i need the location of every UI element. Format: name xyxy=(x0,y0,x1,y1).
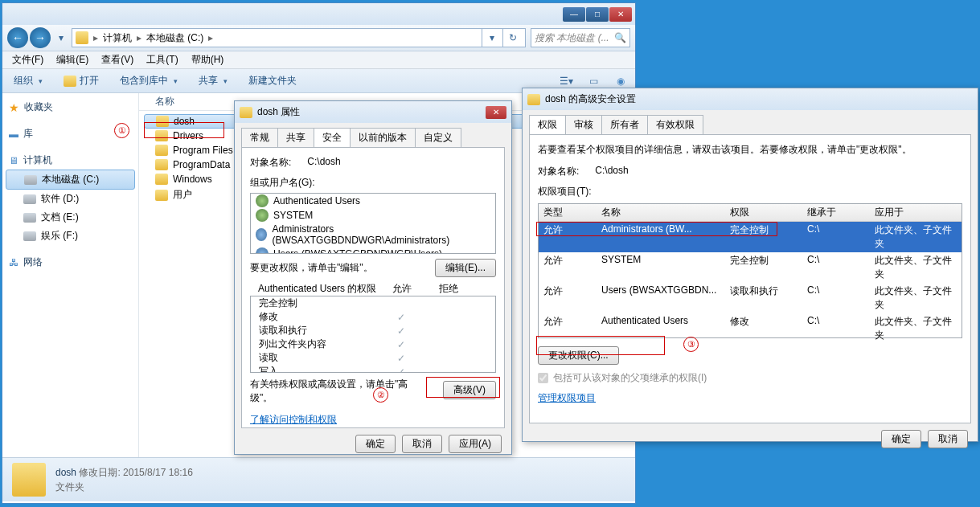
apply-button[interactable]: 应用(A) xyxy=(449,435,502,453)
tab-owner[interactable]: 所有者 xyxy=(601,115,648,134)
table-row[interactable]: 允许Administrators (BW...完全控制C:\此文件夹、子文件夹 xyxy=(539,222,962,252)
drive-icon xyxy=(23,213,36,223)
learn-more-link[interactable]: 了解访问控制和权限 xyxy=(250,414,337,425)
sidebar-favorites[interactable]: ★收藏夹 xyxy=(2,98,138,117)
annotation-1: ① xyxy=(114,123,129,138)
tab-custom[interactable]: 自定义 xyxy=(415,128,461,147)
close-button[interactable]: ✕ xyxy=(486,106,506,119)
permissions-listbox[interactable]: 完全控制 修改✓ 读取和执行✓ 列出文件夹内容✓ 读取✓ 写入✓ xyxy=(250,296,496,373)
groups-listbox[interactable]: Authenticated Users SYSTEM Administrator… xyxy=(250,193,496,254)
perm-list-label: 权限项目(T): xyxy=(538,185,962,198)
breadcrumb-dropdown[interactable]: ▾ xyxy=(482,28,501,47)
list-item[interactable]: Administrators (BWSAXTGGBDNDWGR\Administ… xyxy=(251,223,495,247)
table-row[interactable]: 允许Authenticated Users修改C:\此文件夹、子文件夹 xyxy=(539,313,962,344)
table-row[interactable]: 允许SYSTEM完全控制C:\此文件夹、子文件夹 xyxy=(539,252,962,283)
properties-dialog: dosh 属性 ✕ 常规 共享 安全 以前的版本 自定义 对象名称: C:\do… xyxy=(234,100,512,455)
network-icon: 🖧 xyxy=(9,257,18,268)
sidebar-drive-d[interactable]: 软件 (D:) xyxy=(2,190,138,208)
back-button[interactable]: ← xyxy=(7,27,28,48)
sidebar-drive-e[interactable]: 文档 (E:) xyxy=(2,208,138,227)
menu-edit[interactable]: 编辑(E) xyxy=(51,51,93,68)
refresh-button[interactable]: ↻ xyxy=(502,28,522,47)
open-button[interactable]: 打开 xyxy=(59,72,104,89)
help-icon[interactable]: ◉ xyxy=(613,73,629,89)
close-button[interactable]: ✕ xyxy=(609,7,632,22)
dialog-title: dosh 属性 xyxy=(257,105,300,119)
sidebar-drive-f[interactable]: 娱乐 (F:) xyxy=(2,227,138,245)
search-input[interactable]: 搜索 本地磁盘 (... 🔍 xyxy=(531,28,630,47)
group-icon xyxy=(256,247,269,254)
star-icon: ★ xyxy=(9,101,19,114)
tab-sharing[interactable]: 共享 xyxy=(277,128,314,147)
permissions-table[interactable]: 类型 名称 权限 继承于 应用于 允许Administrators (BW...… xyxy=(538,203,962,338)
object-value: C:\dosh xyxy=(595,165,628,178)
folder-icon xyxy=(527,94,540,105)
computer-icon: 🖥 xyxy=(9,155,18,166)
maximize-button[interactable]: □ xyxy=(586,7,609,22)
tab-previous[interactable]: 以前的版本 xyxy=(350,128,416,147)
menu-tools[interactable]: 工具(T) xyxy=(141,51,182,68)
drive-icon xyxy=(23,194,36,204)
table-row[interactable]: 允许Users (BWSAXTGGBDN...读取和执行C:\此文件夹、子文件夹 xyxy=(539,283,962,313)
history-dropdown[interactable]: ▾ xyxy=(55,32,67,43)
menu-help[interactable]: 帮助(H) xyxy=(187,51,229,68)
preview-pane-icon[interactable]: ▭ xyxy=(585,73,601,89)
folder-icon xyxy=(12,463,46,497)
deny-header: 拒绝 xyxy=(425,282,472,296)
advanced-security-dialog: dosh 的高级安全设置 权限 审核 所有者 有效权限 若要查看某个权限项目的详… xyxy=(522,88,978,442)
sidebar-drive-c[interactable]: 本地磁盘 (C:) xyxy=(6,170,135,190)
cancel-button[interactable]: 取消 xyxy=(402,435,442,453)
tab-general[interactable]: 常规 xyxy=(241,128,278,147)
status-name: dosh xyxy=(55,467,76,478)
tab-auditing[interactable]: 审核 xyxy=(565,115,602,134)
view-options-icon[interactable]: ☰▾ xyxy=(558,73,574,89)
breadcrumb[interactable]: ▸ 计算机 ▸ 本地磁盘 (C:) ▸ ▾ ↻ xyxy=(72,28,526,47)
organize-button[interactable]: 组织 xyxy=(9,72,47,89)
object-label: 对象名称: xyxy=(250,156,291,170)
folder-icon xyxy=(64,76,76,87)
search-icon: 🔍 xyxy=(614,32,626,43)
group-icon xyxy=(256,228,267,241)
sidebar: ★收藏夹 ▬库 🖥计算机 本地磁盘 (C:) 软件 (D:) 文档 (E:) 娱… xyxy=(2,93,139,457)
drive-icon xyxy=(23,231,36,241)
folder-icon xyxy=(155,190,168,201)
include-button[interactable]: 包含到库中 xyxy=(115,72,182,89)
folder-icon xyxy=(155,159,168,170)
forward-button[interactable]: → xyxy=(30,27,51,48)
manage-permissions-link[interactable]: 管理权限项目 xyxy=(538,392,596,403)
cancel-button[interactable]: 取消 xyxy=(928,430,968,448)
dialog-title: dosh 的高级安全设置 xyxy=(545,92,636,106)
advanced-titlebar: dosh 的高级安全设置 xyxy=(523,88,978,110)
tab-effective[interactable]: 有效权限 xyxy=(647,115,703,134)
folder-icon xyxy=(156,116,169,127)
sidebar-network[interactable]: 🖧网络 xyxy=(2,253,138,272)
menubar: 文件(F) 编辑(E) 查看(V) 工具(T) 帮助(H) xyxy=(2,51,635,69)
folder-icon xyxy=(155,130,168,141)
folder-icon xyxy=(240,107,252,118)
edit-button[interactable]: 编辑(E)... xyxy=(435,259,496,277)
menu-view[interactable]: 查看(V) xyxy=(96,51,138,68)
ok-button[interactable]: 确定 xyxy=(355,435,396,453)
allow-header: 允许 xyxy=(379,282,425,296)
list-item[interactable]: Users (BWSAXTGGBDNDWGR\Users) xyxy=(251,247,495,254)
minimize-button[interactable]: — xyxy=(563,7,585,22)
sidebar-computer[interactable]: 🖥计算机 xyxy=(2,151,138,170)
advanced-button[interactable]: 高级(V) xyxy=(443,381,496,399)
inherit-checkbox: 包括可从该对象的父项继承的权限(I) xyxy=(538,371,962,385)
folder-icon xyxy=(155,145,168,156)
user-icon xyxy=(256,194,269,207)
advanced-hint-text: 若要查看某个权限项目的详细信息，请双击该项目。若要修改权限，请单击"更改权限"。 xyxy=(538,143,962,157)
share-button[interactable]: 共享 xyxy=(194,72,232,89)
drive-icon xyxy=(24,175,37,185)
newfolder-button[interactable]: 新建文件夹 xyxy=(244,72,301,89)
folder-icon xyxy=(155,174,168,185)
menu-file[interactable]: 文件(F) xyxy=(7,51,48,68)
annotation-3: ③ xyxy=(683,337,699,352)
tab-security[interactable]: 安全 xyxy=(314,128,351,147)
change-permissions-button[interactable]: 更改权限(C)... xyxy=(538,346,619,365)
list-item[interactable]: SYSTEM xyxy=(251,208,495,223)
ok-button[interactable]: 确定 xyxy=(881,430,921,448)
table-header: 类型 名称 权限 继承于 应用于 xyxy=(539,204,962,222)
list-item[interactable]: Authenticated Users xyxy=(251,194,495,208)
tab-permissions[interactable]: 权限 xyxy=(529,115,566,134)
